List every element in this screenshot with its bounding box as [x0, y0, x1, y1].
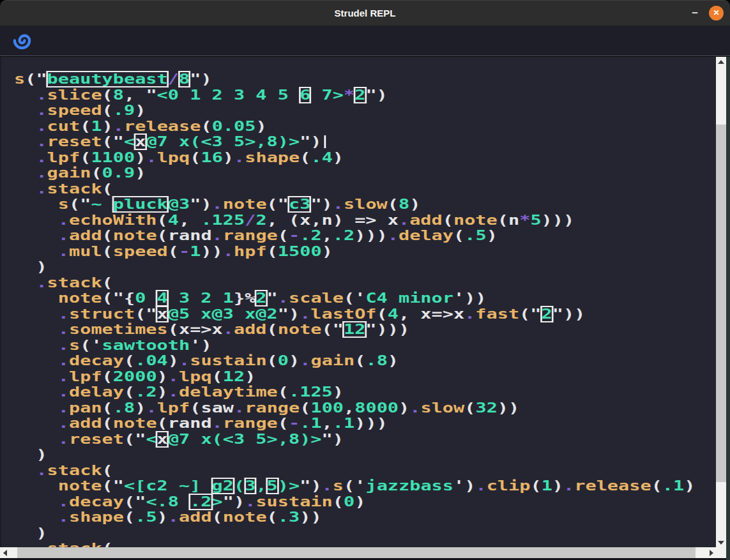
code-token: add [69, 228, 102, 243]
code-line: .lpf(1100).lpq(16).shape(.4) [14, 150, 515, 166]
code-token: shape [245, 150, 300, 165]
code-line: .add(note(rand.range(-.2,.2))).delay(.5) [14, 228, 515, 244]
code-token: . [58, 338, 69, 353]
vertical-scrollbar[interactable] [716, 57, 726, 547]
code-token: )) [498, 400, 519, 416]
code-token: slice [47, 87, 102, 103]
code-token: ( [278, 416, 289, 431]
minimize-button[interactable]: – [688, 6, 702, 20]
code-token: ( [267, 244, 278, 259]
highlighted-token: x [135, 134, 146, 149]
code-token: <0 1 2 3 4 5 [157, 87, 300, 103]
code-token [14, 322, 58, 337]
code-token [14, 87, 36, 103]
code-token: ( [377, 306, 388, 322]
code-token: .1 [662, 478, 684, 494]
code-token: . [245, 494, 255, 510]
code-editor[interactable]: s("beautybeast/8") .slice(8, "<0 1 2 3 4… [0, 57, 730, 547]
right-arrow-icon [710, 550, 713, 556]
code-token: ( [102, 416, 113, 431]
code-line: .cut(1).release(0.05) [14, 119, 515, 135]
code-line: .mul(speed(-1)).hpf(1500) [14, 244, 515, 260]
code-token [14, 416, 58, 431]
code-token: ) [322, 244, 333, 259]
code-token: ( [80, 150, 91, 165]
code-token: (" [519, 306, 541, 322]
code-token: stack [47, 541, 102, 547]
code-token: .9 [113, 103, 135, 118]
vertical-scroll-thumb[interactable] [716, 125, 726, 482]
code-token [14, 165, 36, 181]
code-line: .reset("<x@7 x(<3 5>,8)>") [14, 134, 515, 150]
code-token: 100 [310, 400, 344, 416]
scroll-left-button[interactable] [0, 547, 10, 558]
highlighted-token: 3 [245, 478, 255, 494]
code-token: speed [113, 244, 168, 259]
code-token: . [113, 119, 124, 134]
code-token: , (x,n) => x [267, 213, 399, 228]
code-token: (' [344, 478, 365, 494]
code-token: - [179, 244, 190, 259]
code-token: scale [289, 291, 344, 306]
code-token: . [58, 510, 69, 525]
code-token: 32 [475, 400, 497, 416]
code-token: ')) [453, 291, 487, 306]
code-token: 4 [168, 213, 179, 228]
code-token: ( [124, 384, 135, 400]
code-token: ) [333, 150, 344, 165]
code-token: ) [552, 478, 563, 494]
code-token: s [69, 338, 80, 353]
code-token [14, 291, 58, 306]
code-token: lpf [69, 369, 102, 384]
code-line: .struct("x@5 x@3 x@2").lastOf(4, x=>x.fa… [14, 306, 515, 322]
code-token: ( [124, 353, 135, 368]
code-token: ") [322, 432, 344, 447]
code-token: ( [212, 510, 223, 525]
code-token: ( [530, 478, 541, 494]
code-token: ))) [354, 416, 388, 431]
code-token: ) [388, 353, 399, 368]
code-token: ("{ [102, 291, 135, 306]
text-cursor [324, 135, 326, 148]
code-token: . [36, 541, 47, 547]
code-token: delay [69, 384, 124, 400]
code-token: lpq [179, 369, 212, 384]
code-token: ') [453, 478, 475, 494]
code-token [14, 275, 36, 291]
app-window: Strudel REPL – ✕ s("beautybeast/8") .sli… [0, 0, 730, 560]
code-token: echoWith [69, 213, 157, 228]
strudel-spiral-logo-icon[interactable] [12, 31, 32, 50]
scroll-up-button[interactable] [716, 57, 726, 66]
code-token: ( [190, 150, 201, 165]
code-token: 2000 [113, 369, 157, 384]
code-token: ( [157, 228, 168, 243]
code-token [14, 510, 58, 525]
code-token: ( [102, 541, 113, 547]
code-token: ( [267, 353, 278, 368]
window-titlebar[interactable]: Strudel REPL – ✕ [0, 0, 730, 26]
code-area[interactable]: s("beautybeast/8") .slice(8, "<0 1 2 3 4… [14, 72, 515, 547]
code-token: / [245, 213, 255, 228]
code-token: mul [69, 244, 102, 259]
horizontal-scrollbar[interactable] [0, 547, 716, 560]
scroll-down-button[interactable] [716, 538, 726, 547]
code-token: 4 [388, 306, 399, 322]
code-token: ( [333, 494, 344, 510]
code-line: s("~ pluck@3").note("c3").slow(8) [14, 197, 515, 213]
code-line: note("<[c2 ~] g2(3,5)>").s('jazzbass').c… [14, 478, 515, 494]
scroll-right-button[interactable] [706, 547, 716, 558]
code-token: (" [102, 134, 124, 149]
code-token: 0.9 [102, 165, 135, 181]
code-token: ( [157, 213, 168, 228]
code-token: . [322, 478, 333, 494]
code-token: "))) [365, 322, 409, 337]
code-token: shape [69, 510, 124, 525]
close-button[interactable]: ✕ [709, 6, 724, 20]
code-token [14, 400, 58, 416]
code-line: .stack( [14, 541, 515, 547]
code-token: . [58, 353, 69, 368]
code-line: ) [14, 447, 515, 463]
horizontal-scroll-thumb[interactable] [17, 547, 696, 558]
code-token: release [124, 119, 201, 134]
code-token: . [58, 416, 69, 431]
